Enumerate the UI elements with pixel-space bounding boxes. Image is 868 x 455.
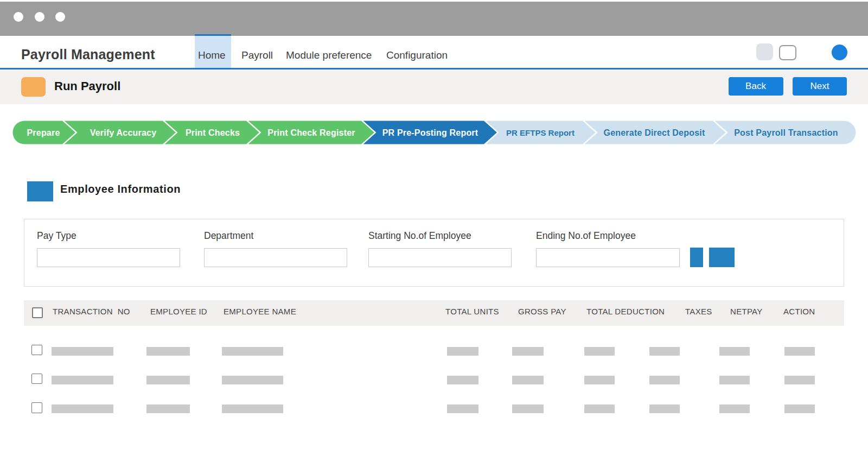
svg-text:Generate Direct Deposit: Generate Direct Deposit	[604, 128, 705, 137]
svg-text:Verify Accuracy: Verify Accuracy	[90, 128, 156, 137]
svg-text:Print Check Register: Print Check Register	[267, 128, 355, 137]
svg-text:PR Pre-Posting Report: PR Pre-Posting Report	[382, 128, 478, 137]
svg-text:Post Payroll Transaction: Post Payroll Transaction	[734, 128, 838, 137]
svg-text:Print Checks: Print Checks	[186, 128, 240, 137]
svg-text:Prepare: Prepare	[27, 128, 60, 137]
svg-text:PR EFTPS Report: PR EFTPS Report	[506, 128, 575, 137]
